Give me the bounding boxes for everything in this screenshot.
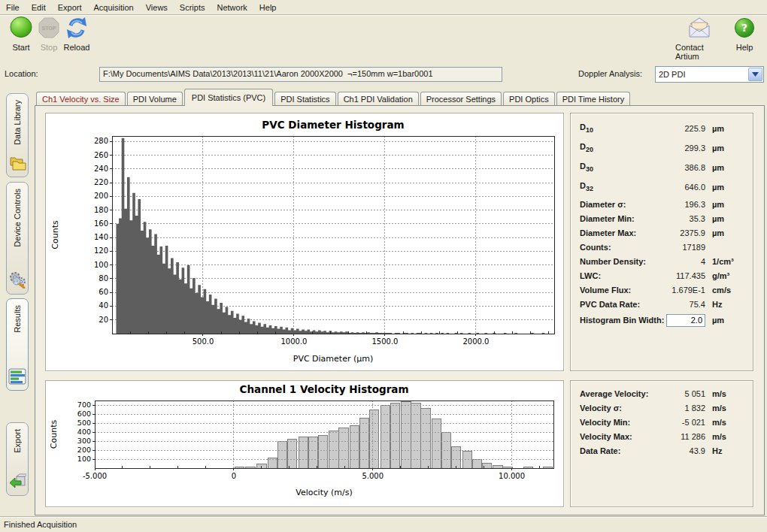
svg-text:600: 600 (77, 410, 91, 418)
menu-item-edit[interactable]: Edit (26, 2, 52, 14)
svg-text:PVC Diameter (µm): PVC Diameter (µm) (293, 354, 373, 364)
svg-text:PVC Diameter Histogram: PVC Diameter Histogram (262, 119, 404, 131)
svg-text:-5.000: -5.000 (83, 472, 107, 480)
stat-row-diameter-sigma: Diameter σ:196.3µm (580, 197, 745, 211)
location-label: Location: (5, 69, 38, 78)
chevron-down-icon[interactable] (748, 68, 762, 81)
svg-text:280: 280 (94, 137, 108, 145)
stat-row-d30: D30386.8µm (580, 158, 745, 177)
svg-text:220: 220 (94, 178, 108, 186)
sidebar-item-export[interactable]: Export (6, 422, 29, 496)
pvc-diameter-histogram-panel: PVC Diameter HistogramCountsPVC Diameter… (45, 113, 564, 371)
svg-text:Channel 1 Velocity Histogram: Channel 1 Velocity Histogram (240, 383, 409, 395)
help-icon: ? (734, 15, 755, 41)
doppler-analysis-dropdown[interactable]: 2D PDI (655, 66, 764, 83)
stat-row-d20: D20299.3µm (580, 138, 745, 158)
sidebar-item-results-label: Results (13, 305, 22, 333)
status-text: Finished Acquisition (4, 520, 77, 529)
sidebar-item-device-controls[interactable]: Device Controls (6, 182, 29, 295)
svg-text:10.000: 10.000 (499, 472, 525, 480)
velocity-histogram-chart: Channel 1 Velocity HistogramCountsVeloci… (46, 381, 563, 506)
svg-text:?: ? (741, 22, 747, 34)
menu-item-acquisition[interactable]: Acquisition (88, 2, 140, 14)
menu-item-scripts[interactable]: Scripts (174, 2, 211, 14)
reload-label: Reload (64, 43, 90, 52)
diameter-statistics-panel: D10225.9µm D20299.3µm D30386.8µm D32646.… (570, 113, 753, 371)
tab-processor-settings[interactable]: Processor Settings (420, 92, 502, 106)
svg-text:Counts: Counts (49, 420, 59, 449)
envelope-icon (687, 15, 712, 41)
stat-row-histogram-bin-width: Histogram Bin Width:µm (580, 311, 745, 329)
svg-text:400: 400 (77, 428, 91, 436)
svg-text:500: 500 (77, 419, 91, 427)
doppler-analysis-value: 2D PDI (656, 70, 747, 79)
svg-text:80: 80 (99, 274, 108, 283)
menu-item-network[interactable]: Network (211, 2, 253, 14)
svg-text:120: 120 (94, 246, 108, 255)
tab-pdi-volume[interactable]: PDI Volume (127, 92, 183, 106)
contact-artium-label: Contact Artium (675, 43, 723, 61)
gears-icon (8, 271, 26, 290)
reload-button[interactable]: Reload (53, 15, 101, 52)
menu-item-file[interactable]: File (0, 2, 26, 14)
menu-item-export[interactable]: Export (52, 2, 88, 14)
tab-page: PVC Diameter HistogramCountsPVC Diameter… (35, 105, 765, 515)
svg-text:240: 240 (94, 165, 108, 173)
toolbar: Start STOP Stop R (0, 15, 767, 62)
menu-bar: File Edit Export Acquisition Views Scrip… (0, 0, 767, 15)
stat-row-number-density: Number Density:41/cm³ (580, 254, 745, 268)
svg-text:300: 300 (77, 437, 91, 445)
menu-item-help[interactable]: Help (253, 2, 283, 14)
reload-icon (65, 15, 89, 41)
help-button[interactable]: ? Help (720, 15, 767, 52)
bin-width-input[interactable] (667, 315, 705, 326)
stat-row-pvc-data-rate: PVC Data Rate:75.4Hz (580, 297, 745, 311)
svg-text:180: 180 (94, 206, 108, 214)
location-row: Location: F:\My Documents\AIMS Data\2013… (0, 63, 767, 86)
stat-row-data-rate: Data Rate:43.9Hz (580, 443, 745, 458)
location-field[interactable]: F:\My Documents\AIMS Data\2013\2013\11\2… (99, 67, 502, 82)
menu-item-views[interactable]: Views (140, 2, 174, 14)
svg-text:40: 40 (99, 301, 108, 310)
svg-text:1500.0: 1500.0 (371, 337, 398, 346)
tab-strip: Ch1 Velocity vs. Size PDI Volume PDI Sta… (36, 89, 632, 106)
stat-row-velocity-sigma: Velocity σ:1 832m/s (580, 401, 745, 415)
stat-row-diameter-min: Diameter Min:35.3µm (580, 211, 745, 225)
stat-row-diameter-max: Diameter Max:2375.9µm (580, 225, 745, 240)
folder-icon (8, 155, 26, 173)
tab-pdi-statistics-pvc[interactable]: PDI Statistics (PVC) (184, 89, 273, 106)
tab-ch1-velocity-vs-size[interactable]: Ch1 Velocity vs. Size (36, 92, 126, 106)
application-window: File Edit Export Acquisition Views Scrip… (0, 0, 767, 532)
svg-text:1000.0: 1000.0 (280, 337, 307, 346)
svg-text:260: 260 (94, 151, 108, 159)
stat-row-volume-flux: Volume Flux:1.679E-1cm/s (580, 283, 745, 297)
stat-row-d32: D32646.0µm (580, 177, 745, 197)
stat-row-average-velocity: Average Velocity:5 051m/s (580, 386, 745, 401)
velocity-statistics-panel: Average Velocity:5 051m/s Velocity σ:1 8… (570, 380, 753, 507)
results-chart-icon (8, 368, 26, 386)
help-label: Help (736, 43, 753, 52)
svg-text:700: 700 (77, 401, 91, 409)
svg-text:60: 60 (99, 288, 108, 296)
contact-artium-button[interactable]: Contact Artium (675, 15, 723, 61)
tab-pdi-time-history[interactable]: PDI Time History (556, 92, 631, 106)
svg-text:5.000: 5.000 (362, 472, 384, 480)
sidebar-item-device-controls-label: Device Controls (13, 189, 22, 247)
svg-text:100: 100 (94, 261, 108, 269)
tab-pdi-optics[interactable]: PDI Optics (503, 92, 555, 106)
velocity-histogram-panel: Channel 1 Velocity HistogramCountsVeloci… (45, 380, 564, 507)
stat-row-counts: Counts:17189 (580, 240, 745, 254)
tab-ch1-pdi-validation[interactable]: Ch1 PDI Validation (338, 92, 419, 106)
stat-row-lwc: LWC:117.435g/m³ (580, 268, 745, 283)
sidebar-item-results[interactable]: Results (6, 298, 29, 391)
pvc-diameter-histogram-chart: PVC Diameter HistogramCountsPVC Diameter… (46, 113, 563, 370)
sidebar-item-data-library[interactable]: Data Library (6, 93, 29, 177)
svg-text:100: 100 (77, 455, 91, 463)
sidebar-item-data-library-label: Data Library (13, 100, 22, 145)
svg-text:2000.0: 2000.0 (462, 337, 489, 346)
svg-text:140: 140 (94, 233, 108, 241)
svg-text:500.0: 500.0 (193, 337, 214, 346)
status-bar: Finished Acquisition (0, 516, 767, 532)
tab-pdi-statistics[interactable]: PDI Statistics (274, 92, 335, 106)
doppler-analysis-label: Doppler Analysis: (578, 69, 642, 78)
